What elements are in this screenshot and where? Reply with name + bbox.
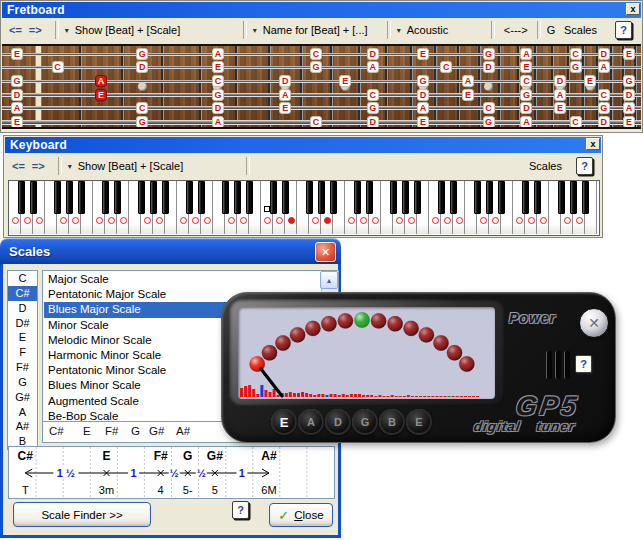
root-note-list[interactable]: CC#DD#EFF#GG#AA#B bbox=[7, 270, 38, 450]
black-key[interactable] bbox=[390, 181, 397, 214]
note-chip[interactable]: G bbox=[598, 102, 610, 114]
note-chip[interactable]: G bbox=[570, 61, 582, 73]
black-key[interactable] bbox=[558, 181, 565, 214]
guitar-string[interactable] bbox=[2, 106, 641, 110]
note-chip[interactable]: E bbox=[11, 48, 23, 60]
note-chip[interactable]: E bbox=[95, 89, 107, 101]
fretboard[interactable]: EGACDEGACDECDEGACDEGAGACDEGACDEGDEGACDEG… bbox=[2, 44, 641, 129]
note-chip[interactable]: E bbox=[623, 48, 635, 60]
note-chip[interactable]: G bbox=[483, 116, 495, 128]
note-chip[interactable]: A bbox=[462, 75, 474, 87]
scroll-up-icon[interactable]: ▲ bbox=[320, 271, 338, 289]
note-chip[interactable]: E bbox=[417, 116, 429, 128]
note-chip[interactable]: D bbox=[554, 75, 566, 87]
root-item[interactable]: E bbox=[8, 330, 37, 345]
note-chip[interactable]: A bbox=[212, 48, 224, 60]
note-chip[interactable]: G bbox=[520, 89, 532, 101]
note-chip[interactable]: E bbox=[11, 116, 23, 128]
black-key[interactable] bbox=[138, 181, 145, 214]
close-icon[interactable]: x bbox=[626, 3, 640, 15]
black-key[interactable] bbox=[354, 181, 361, 214]
note-chip[interactable]: D bbox=[11, 89, 23, 101]
black-key[interactable] bbox=[102, 181, 109, 214]
root-item[interactable]: C# bbox=[8, 286, 37, 301]
black-key[interactable] bbox=[54, 181, 61, 214]
black-key[interactable] bbox=[150, 181, 157, 214]
note-chip[interactable]: C bbox=[598, 89, 610, 101]
note-chip[interactable]: G bbox=[212, 89, 224, 101]
note-chip[interactable]: E bbox=[584, 75, 596, 87]
black-key[interactable] bbox=[498, 181, 505, 214]
note-chip[interactable]: C bbox=[440, 61, 452, 73]
tuner-string-button[interactable]: A bbox=[298, 409, 324, 435]
black-key[interactable] bbox=[186, 181, 193, 214]
note-chip[interactable]: A bbox=[212, 116, 224, 128]
note-chip[interactable]: D bbox=[212, 102, 224, 114]
black-key[interactable] bbox=[570, 181, 577, 214]
black-key[interactable] bbox=[306, 181, 313, 214]
close-button[interactable]: ✓ Close bbox=[269, 503, 333, 527]
help-icon[interactable]: ? bbox=[575, 355, 592, 373]
name-mode-dropdown[interactable]: ▾ Name for [Beat] + [...] bbox=[253, 24, 381, 36]
note-chip[interactable]: E bbox=[212, 61, 224, 73]
black-key[interactable] bbox=[534, 181, 541, 214]
scale-finder-button[interactable]: Scale Finder >> bbox=[13, 502, 151, 527]
root-item[interactable]: F# bbox=[8, 360, 37, 375]
instrument-dropdown[interactable]: ▾ Acoustic bbox=[397, 24, 485, 36]
black-key[interactable] bbox=[318, 181, 325, 214]
note-chip[interactable]: C bbox=[483, 102, 495, 114]
note-chip[interactable]: A bbox=[417, 102, 429, 114]
black-key[interactable] bbox=[582, 181, 589, 214]
black-key[interactable] bbox=[246, 181, 253, 214]
note-chip[interactable]: D bbox=[417, 89, 429, 101]
note-chip[interactable]: G bbox=[136, 116, 148, 128]
note-chip[interactable]: D bbox=[136, 61, 148, 73]
root-item[interactable]: D# bbox=[8, 316, 37, 331]
close-icon[interactable]: ✕ bbox=[315, 242, 336, 262]
black-key[interactable] bbox=[30, 181, 37, 214]
note-chip[interactable]: D bbox=[483, 61, 495, 73]
note-chip[interactable]: A bbox=[11, 102, 23, 114]
tuner-string-button[interactable]: E bbox=[271, 409, 297, 435]
note-chip[interactable]: D bbox=[520, 102, 532, 114]
black-key[interactable] bbox=[282, 181, 289, 214]
tuner-string-button[interactable]: B bbox=[379, 409, 405, 435]
note-chip[interactable]: D bbox=[598, 48, 610, 60]
black-key[interactable] bbox=[474, 181, 481, 214]
stretch-button[interactable]: <---> bbox=[501, 24, 531, 36]
scales-button[interactable]: Scales bbox=[564, 24, 597, 36]
note-chip[interactable]: A bbox=[554, 89, 566, 101]
help-icon[interactable]: ? bbox=[232, 501, 249, 519]
root-item[interactable]: F bbox=[8, 345, 37, 360]
piano-keyboard[interactable] bbox=[8, 180, 600, 236]
root-item[interactable]: C bbox=[8, 271, 37, 286]
black-key[interactable] bbox=[18, 181, 25, 214]
root-item[interactable]: G bbox=[8, 375, 37, 390]
help-icon[interactable]: ? bbox=[615, 21, 632, 39]
scale-list-item[interactable]: Major Scale bbox=[44, 272, 321, 287]
black-key[interactable] bbox=[438, 181, 445, 214]
black-key[interactable] bbox=[234, 181, 241, 214]
note-chip[interactable]: A bbox=[367, 61, 379, 73]
note-chip[interactable]: C bbox=[310, 116, 322, 128]
note-chip[interactable]: G bbox=[417, 75, 429, 87]
help-icon[interactable]: ? bbox=[576, 157, 593, 175]
note-chip[interactable]: A bbox=[598, 61, 610, 73]
note-chip[interactable]: E bbox=[417, 48, 429, 60]
note-chip[interactable]: E bbox=[623, 116, 635, 128]
root-item[interactable]: D bbox=[8, 301, 37, 316]
note-chip[interactable]: A bbox=[623, 102, 635, 114]
root-item[interactable]: G# bbox=[8, 390, 37, 405]
note-chip[interactable]: C bbox=[136, 102, 148, 114]
tuner-string-button[interactable]: D bbox=[325, 409, 351, 435]
next-beat-button[interactable]: => bbox=[32, 160, 45, 172]
note-chip[interactable]: C bbox=[570, 48, 582, 60]
prev-beat-button[interactable]: <= bbox=[12, 160, 25, 172]
note-chip[interactable]: E bbox=[520, 61, 532, 73]
next-beat-button[interactable]: => bbox=[29, 24, 42, 36]
root-item[interactable]: A bbox=[8, 405, 37, 420]
note-chip[interactable]: C bbox=[570, 116, 582, 128]
black-key[interactable] bbox=[270, 181, 277, 214]
note-chip[interactable]: A bbox=[520, 48, 532, 60]
note-chip[interactable]: G bbox=[367, 102, 379, 114]
